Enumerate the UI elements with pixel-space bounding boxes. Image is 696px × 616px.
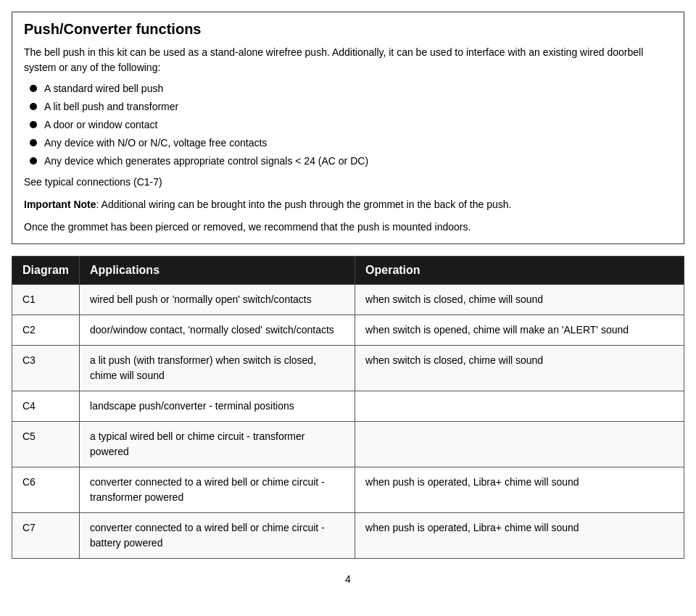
cell-applications: door/window contact, 'normally closed' s… [80, 315, 355, 346]
list-item: Any device which generates appropriate c… [30, 154, 672, 169]
cell-applications: a typical wired bell or chime circuit - … [80, 422, 355, 467]
cell-diagram: C2 [12, 315, 80, 346]
bullet-icon [30, 121, 37, 128]
page-wrapper: Push/Converter functions The bell push i… [12, 12, 684, 585]
cell-applications: a lit push (with transformer) when switc… [80, 346, 355, 391]
cell-operation [355, 391, 684, 422]
header-applications: Applications [80, 257, 355, 285]
cell-diagram: C1 [12, 285, 80, 315]
important-note-2: Once the grommet has been pierced or rem… [24, 220, 672, 235]
cell-operation: when switch is opened, chime will make a… [355, 315, 684, 346]
data-table: Diagram Applications Operation C1wired b… [12, 256, 684, 559]
table-row: C6converter connected to a wired bell or… [12, 467, 684, 513]
table-row: C3a lit push (with transformer) when swi… [12, 346, 684, 391]
cell-diagram: C5 [12, 422, 80, 467]
list-item: A door or window contact [30, 117, 672, 133]
important-text: : Additional wiring can be brought into … [96, 199, 512, 210]
cell-applications: converter connected to a wired bell or c… [80, 467, 355, 513]
bullet-icon [30, 157, 37, 165]
cell-diagram: C6 [12, 467, 80, 513]
cell-applications: landscape push/converter - terminal posi… [80, 391, 355, 422]
bullet-icon [30, 139, 37, 146]
see-connections: See typical connections (C1-7) [24, 175, 672, 190]
table-row: C5a typical wired bell or chime circuit … [12, 422, 684, 467]
list-item: A lit bell push and transformer [30, 99, 672, 115]
table-row: C4landscape push/converter - terminal po… [12, 391, 684, 422]
bullet-list: A standard wired bell push A lit bell pu… [30, 81, 672, 169]
cell-operation: when push is operated, Libra+ chime will… [355, 513, 684, 559]
cell-applications: converter connected to a wired bell or c… [80, 513, 355, 559]
cell-diagram: C7 [12, 513, 80, 559]
header-diagram: Diagram [12, 257, 80, 285]
important-label: Important Note [24, 199, 96, 210]
cell-operation [355, 422, 684, 467]
intro-paragraph: The bell push in this kit can be used as… [24, 45, 672, 75]
important-note: Important Note: Additional wiring can be… [24, 197, 672, 212]
cell-applications: wired bell push or 'normally open' switc… [80, 285, 355, 315]
table-row: C2door/window contact, 'normally closed'… [12, 315, 684, 346]
list-item: A standard wired bell push [30, 81, 672, 96]
table-row: C1wired bell push or 'normally open' swi… [12, 285, 684, 315]
page-number: 4 [12, 573, 684, 585]
header-operation: Operation [355, 257, 684, 285]
table-row: C7converter connected to a wired bell or… [12, 513, 684, 559]
cell-diagram: C3 [12, 346, 80, 391]
bullet-icon [30, 85, 37, 92]
table-header-row: Diagram Applications Operation [12, 257, 684, 285]
cell-operation: when push is operated, Libra+ chime will… [355, 467, 684, 513]
cell-operation: when switch is closed, chime will sound [355, 346, 684, 391]
intro-title: Push/Converter functions [24, 21, 672, 38]
list-item: Any device with N/O or N/C, voltage free… [30, 136, 672, 151]
intro-box: Push/Converter functions The bell push i… [12, 12, 684, 244]
cell-diagram: C4 [12, 391, 80, 422]
cell-operation: when switch is closed, chime will sound [355, 285, 684, 315]
bullet-icon [30, 103, 37, 110]
